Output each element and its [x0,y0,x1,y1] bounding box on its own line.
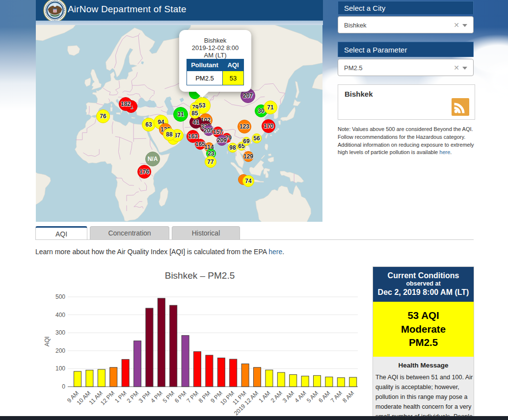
svg-text:100: 100 [55,365,65,372]
svg-text:5 AM: 5 AM [305,390,320,404]
svg-text:1 AM: 1 AM [257,390,271,404]
svg-text:3 AM: 3 AM [281,390,295,404]
svg-text:10 AM: 10 AM [76,390,92,406]
svg-text:500: 500 [55,293,65,300]
svg-text:1 PM: 1 PM [113,390,128,404]
svg-text:200: 200 [55,347,65,354]
svg-text:3 PM: 3 PM [137,390,152,404]
svg-text:300: 300 [55,329,65,336]
svg-text:4 PM: 4 PM [149,390,164,404]
svg-text:2 AM: 2 AM [269,390,284,404]
svg-text:Bishkek – PM2.5: Bishkek – PM2.5 [165,270,235,281]
svg-text:6 AM: 6 AM [317,390,331,404]
svg-text:4 AM: 4 AM [293,390,307,404]
svg-text:0: 0 [62,383,65,390]
svg-text:400: 400 [55,312,65,318]
svg-text:7 PM: 7 PM [185,390,200,404]
svg-text:AQI: AQI [44,337,51,347]
svg-text:7 AM: 7 AM [329,390,344,404]
svg-text:5 PM: 5 PM [161,390,176,404]
svg-text:6 PM: 6 PM [173,390,188,404]
svg-text:2 PM: 2 PM [125,390,140,404]
svg-text:8 AM: 8 AM [341,390,355,404]
svg-text:8 PM: 8 PM [197,390,212,404]
